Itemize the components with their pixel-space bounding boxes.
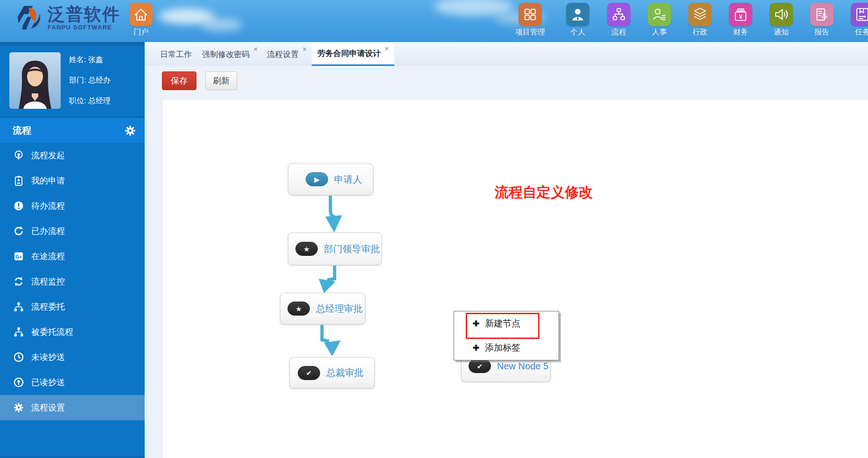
node-label: 部门领导审批 <box>324 243 380 255</box>
nav-label: 财务 <box>726 28 756 37</box>
profile-name: 姓名: 张鑫 <box>69 55 103 65</box>
sidebar-item-label: 流程发起 <box>31 150 65 161</box>
sidebar-item-label: 我的申请 <box>31 175 65 186</box>
nav-item-projects[interactable]: 项目管理 <box>515 3 545 37</box>
node-label: 总经理审批 <box>316 303 363 315</box>
nav-item-task[interactable]: 任务 <box>847 3 868 37</box>
sidebar-item-process-delegate[interactable]: 流程委托 <box>0 294 145 319</box>
flow-node-dept-leader-approval[interactable]: ★ 部门领导审批 <box>288 233 382 265</box>
plus-icon: ✚ <box>473 343 479 353</box>
sidebar-item-label: 在途流程 <box>31 251 65 262</box>
refresh-button[interactable]: 刷新 <box>205 71 237 90</box>
sidebar-item-read-cc[interactable]: 已读抄送 <box>0 370 145 395</box>
sidebar-item-label: 待办流程 <box>31 200 65 211</box>
sidebar-item-my-applications[interactable]: 我的申请 <box>0 168 145 193</box>
yen-glyph: ¥ <box>739 13 742 20</box>
sidebar: 姓名: 张鑫 部门: 总经办 职位: 总经理 流程 <box>0 42 145 458</box>
play-icon: ▶ <box>306 172 328 186</box>
tab-bar: 日常工作 强制修改密码 × 流程设置 × 劳务合同申请设计 × <box>145 42 868 66</box>
section-gear-icon[interactable] <box>124 125 136 137</box>
close-tab-icon[interactable]: × <box>302 45 307 54</box>
badge-glyph: ★ <box>295 305 301 312</box>
nav-item-finance[interactable]: ¥ 财务 <box>726 3 756 37</box>
section-label: 流程 <box>13 124 31 137</box>
podcast-icon <box>13 150 24 161</box>
tab-force-change-password[interactable]: 强制修改密码 × <box>202 42 258 66</box>
clock-icon <box>13 352 24 363</box>
menu-item-new-node[interactable]: ✚ 新建节点 <box>454 311 559 336</box>
exclamation-circle-icon <box>13 200 24 211</box>
brand-name-en: FANPU SOFTWARE <box>48 24 120 31</box>
nav-item-hr[interactable]: 人事 <box>644 3 674 37</box>
report-icon <box>813 6 830 23</box>
flow-node-applicant[interactable]: ▶ 申请人 <box>288 163 373 195</box>
context-menu: ✚ 新建节点 ✚ 添加标签 <box>454 311 559 360</box>
nav-item-report[interactable]: 报告 <box>807 3 837 37</box>
sidebar-item-in-transit-processes[interactable]: G+ 在途流程 <box>0 244 145 269</box>
node-label: 申请人 <box>334 173 362 186</box>
flow-node-gm-approval[interactable]: ★ 总经理审批 <box>280 293 365 324</box>
gplus-icon: G+ <box>13 251 24 262</box>
sidebar-item-process-start[interactable]: 流程发起 <box>0 143 145 168</box>
check-icon: ✔ <box>298 366 320 380</box>
sidebar-item-label: 流程委托 <box>31 301 65 312</box>
sitemap-icon <box>13 326 24 338</box>
sidebar-item-label: 已办流程 <box>31 225 65 237</box>
nav-label: 报告 <box>807 28 837 37</box>
save-button[interactable]: 保存 <box>162 71 196 90</box>
sidebar-item-unread-cc[interactable]: 未读抄送 <box>0 345 145 370</box>
profile-department: 部门: 总经办 <box>69 76 111 85</box>
cloud-decoration <box>434 0 513 16</box>
tab-label: 流程设置 <box>267 49 299 60</box>
sidebar-item-label: 已读抄送 <box>31 377 65 388</box>
tab-label: 强制修改密码 <box>202 49 250 60</box>
close-tab-icon[interactable]: × <box>253 45 258 54</box>
badge-glyph: ✔ <box>306 369 312 376</box>
sitemap-icon <box>13 301 24 312</box>
check-icon: ✔ <box>469 359 491 373</box>
sidebar-item-label: 被委托流程 <box>31 326 73 338</box>
sidebar-item-process-monitor[interactable]: 流程监控 <box>0 269 145 294</box>
sidebar-item-label: 流程设置 <box>31 402 65 413</box>
nav-label: 通知 <box>766 28 796 37</box>
tab-daily-work[interactable]: 日常工作 <box>160 42 192 66</box>
grid-icon <box>522 6 539 23</box>
nav-item-personal[interactable]: 个人 <box>563 3 593 37</box>
person-icon <box>569 6 586 23</box>
avatar <box>9 52 61 109</box>
sidebar-top-shadow <box>0 42 145 47</box>
sidebar-item-process-settings[interactable]: 流程设置 <box>0 395 145 420</box>
sidebar-divider <box>0 117 145 118</box>
menu-item-add-label[interactable]: ✚ 添加标签 <box>454 336 559 360</box>
star-icon: ★ <box>287 302 310 316</box>
sidebar-item-delegated-processes[interactable]: 被委托流程 <box>0 319 145 345</box>
cloud-decoration <box>201 19 243 31</box>
tab-labor-contract-design[interactable]: 劳务合同申请设计 × <box>312 42 394 66</box>
fanpu-logo-icon <box>14 3 43 32</box>
nav-item-workflow[interactable]: 流程 <box>604 3 634 37</box>
nav-label: 门户 <box>126 28 156 37</box>
close-tab-icon[interactable]: × <box>385 45 389 53</box>
content-area: 日常工作 强制修改密码 × 流程设置 × 劳务合同申请设计 × 保存 刷新 <box>145 42 868 458</box>
node-label: 总裁审批 <box>326 366 364 379</box>
sidebar-item-done-processes[interactable]: 已办流程 <box>0 218 145 244</box>
nav-item-admin[interactable]: 行政 <box>685 3 715 37</box>
avatar-photo-icon <box>9 52 61 109</box>
flow-node-president-approval[interactable]: ✔ 总裁审批 <box>289 357 375 388</box>
gear-icon <box>13 402 24 413</box>
nav-item-notice[interactable]: 通知 <box>766 3 796 37</box>
workflow-canvas[interactable] <box>162 99 868 458</box>
badge-glyph: ★ <box>303 246 309 253</box>
badge-glyph: ✔ <box>477 363 483 370</box>
sidebar-menu: 流程发起 我的申请 待办流程 <box>0 143 145 420</box>
top-bar: 泛普软件 FANPU SOFTWARE 门户 项目管理 <box>0 0 868 42</box>
hr-icon <box>651 6 668 23</box>
flow-icon <box>610 6 627 23</box>
nav-label: 行政 <box>685 28 715 37</box>
sidebar-item-label: 未读抄送 <box>31 352 65 363</box>
nav-item-portal[interactable]: 门户 <box>126 3 156 37</box>
tab-process-settings[interactable]: 流程设置 × <box>267 42 307 66</box>
sidebar-item-pending-processes[interactable]: 待办流程 <box>0 193 145 218</box>
nav-label: 个人 <box>563 28 593 37</box>
layers-icon <box>692 6 708 23</box>
